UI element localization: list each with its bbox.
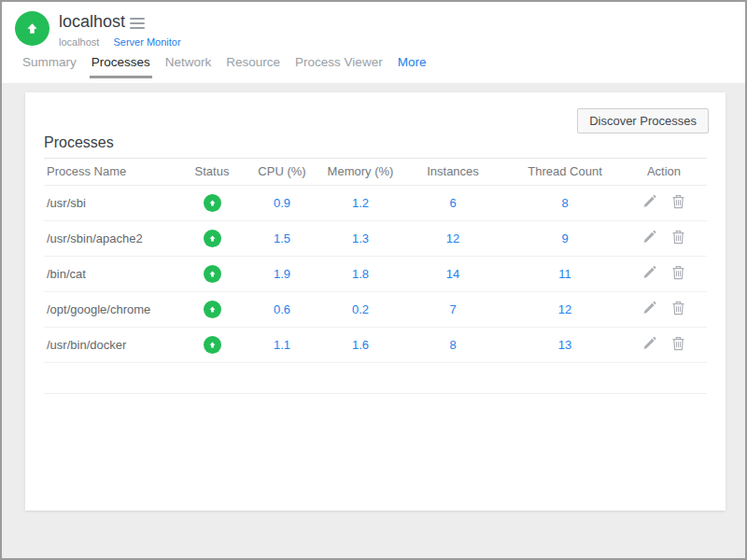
process-name-cell: /usr/bin/docker (44, 327, 184, 362)
tab-network[interactable]: Network (163, 55, 214, 76)
instances-value-link[interactable]: 6 (397, 185, 509, 220)
col-thread-count: Thread Count (509, 158, 621, 185)
instances-value-link[interactable]: 14 (397, 256, 509, 291)
monitor-status-up-icon (15, 11, 49, 46)
edit-pencil-icon[interactable] (642, 194, 656, 209)
status-cell (184, 327, 240, 362)
process-table-row: /usr/bin/docker 1.1 1.6 8 13 (44, 327, 707, 362)
edit-pencil-icon[interactable] (642, 230, 656, 245)
server-monitor-link[interactable]: Server Monitor (113, 36, 180, 48)
tab-processes[interactable]: Processes (90, 55, 152, 78)
edit-pencil-icon[interactable] (642, 265, 656, 280)
cpu-value-link[interactable]: 1.1 (240, 327, 324, 362)
process-table-row: /opt/google/chrome 0.6 0.2 7 12 (44, 291, 707, 327)
status-up-icon (204, 336, 221, 354)
memory-value-link[interactable]: 1.8 (324, 256, 397, 291)
status-cell (184, 256, 240, 291)
cpu-value-link[interactable]: 1.5 (240, 220, 324, 256)
tab-resource[interactable]: Resource (224, 55, 282, 76)
process-name-cell: /opt/google/chrome (44, 291, 184, 327)
status-up-icon (204, 301, 221, 318)
process-table-row: /bin/cat 1.9 1.8 14 11 (44, 256, 707, 291)
status-cell (184, 291, 240, 327)
memory-value-link[interactable]: 1.2 (324, 185, 397, 220)
discover-processes-button[interactable]: Discover Processes (577, 108, 709, 133)
threads-value-link[interactable]: 12 (509, 291, 621, 327)
action-cell (621, 327, 707, 362)
process-name-cell: /usr/sbi (44, 185, 184, 220)
action-cell (621, 256, 707, 291)
col-status: Status (184, 158, 240, 185)
instances-value-link[interactable]: 7 (397, 291, 509, 327)
process-name-cell: /usr/sbin/apache2 (44, 220, 184, 256)
app-window: localhost localhost Server Monitor Summa… (0, 0, 747, 560)
hamburger-menu-icon[interactable] (130, 17, 145, 30)
memory-value-link[interactable]: 1.6 (324, 327, 397, 362)
status-cell (184, 220, 240, 256)
threads-value-link[interactable]: 9 (509, 220, 621, 256)
edit-pencil-icon[interactable] (642, 301, 656, 315)
delete-trash-icon[interactable] (671, 230, 685, 245)
edit-pencil-icon[interactable] (642, 336, 656, 351)
status-up-icon (204, 230, 221, 247)
action-cell (621, 185, 707, 220)
action-cell (621, 220, 707, 256)
processes-table: Process Name Status CPU (%) Memory (%) I… (44, 158, 707, 394)
cpu-value-link[interactable]: 0.9 (240, 185, 324, 220)
tab-more[interactable]: More (396, 55, 429, 76)
tab-summary[interactable]: Summary (21, 55, 78, 76)
empty-row (44, 362, 707, 393)
process-table-row: /usr/sbin/apache2 1.5 1.3 12 9 (44, 220, 707, 256)
monitor-header: localhost localhost Server Monitor Summa… (2, 2, 745, 84)
cpu-value-link[interactable]: 1.9 (240, 256, 324, 291)
threads-value-link[interactable]: 13 (509, 327, 621, 362)
instances-value-link[interactable]: 8 (397, 327, 509, 362)
delete-trash-icon[interactable] (671, 301, 685, 315)
delete-trash-icon[interactable] (671, 336, 685, 351)
processes-card: Discover Processes Processes Process Nam… (25, 92, 726, 511)
memory-value-link[interactable]: 1.3 (324, 220, 397, 256)
delete-trash-icon[interactable] (671, 194, 685, 209)
host-label: localhost (59, 36, 99, 48)
col-process-name: Process Name (44, 158, 184, 185)
tab-process-viewer[interactable]: Process Viewer (293, 55, 385, 76)
cpu-value-link[interactable]: 0.6 (240, 291, 324, 327)
memory-value-link[interactable]: 0.2 (324, 291, 397, 327)
status-up-icon (204, 265, 221, 283)
process-name-cell: /bin/cat (44, 256, 184, 291)
page-title: localhost (59, 12, 125, 32)
threads-value-link[interactable]: 8 (509, 185, 621, 220)
col-action: Action (621, 158, 707, 185)
monitor-tabs: Summary Processes Network Resource Proce… (21, 55, 428, 77)
action-cell (621, 291, 707, 327)
section-title: Processes (44, 134, 707, 159)
table-header-row: Process Name Status CPU (%) Memory (%) I… (44, 158, 707, 185)
status-up-icon (204, 194, 221, 212)
process-table-row: /usr/sbi 0.9 1.2 6 8 (44, 185, 707, 220)
col-instances: Instances (397, 158, 509, 185)
col-memory: Memory (%) (324, 158, 397, 185)
delete-trash-icon[interactable] (671, 265, 685, 280)
threads-value-link[interactable]: 11 (509, 256, 621, 291)
col-cpu: CPU (%) (240, 158, 324, 185)
instances-value-link[interactable]: 12 (397, 220, 509, 256)
status-cell (184, 185, 240, 220)
